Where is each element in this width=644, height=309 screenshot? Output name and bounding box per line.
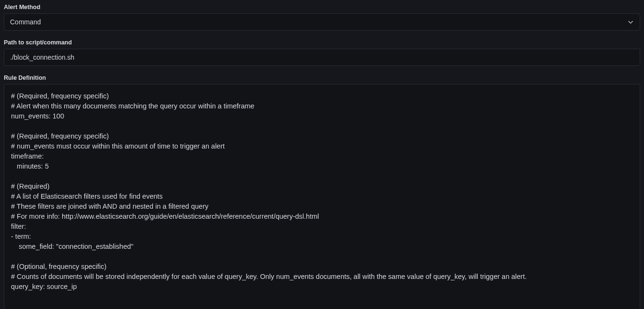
rule-definition-label: Rule Definition: [4, 75, 640, 81]
rule-definition-field: Rule Definition: [4, 75, 640, 309]
alert-method-label: Alert Method: [4, 4, 640, 11]
script-path-field: Path to script/command: [4, 39, 640, 66]
chevron-down-icon: [627, 19, 634, 25]
rule-definition-textarea[interactable]: [4, 84, 640, 309]
alert-method-select[interactable]: Command: [4, 13, 640, 31]
alert-method-field: Alert Method Command: [4, 4, 640, 31]
script-path-input[interactable]: [4, 49, 640, 66]
script-path-label: Path to script/command: [4, 39, 640, 46]
alert-method-value: Command: [10, 18, 627, 26]
